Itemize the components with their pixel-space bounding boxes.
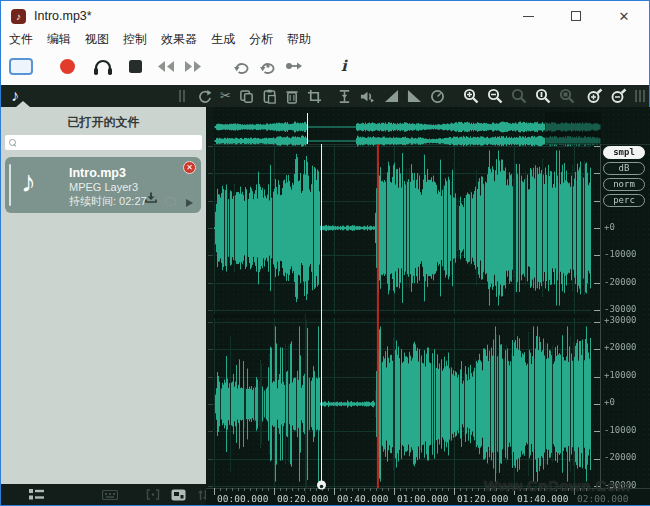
search-icon	[9, 139, 17, 147]
zoom-out-button[interactable]	[487, 88, 503, 104]
download-icon[interactable]	[145, 189, 157, 207]
play-to-end-icon	[285, 61, 303, 71]
keyboard-icon[interactable]	[102, 490, 118, 500]
headphones-icon	[92, 57, 114, 76]
menu-analyze[interactable]: 分析	[249, 31, 285, 48]
normalize-button[interactable]	[430, 89, 445, 104]
monitor-button[interactable]	[92, 57, 114, 76]
file-list-item[interactable]: ♪ Intro.mp3 MPEG Layer3 持续时间: 02:27 ✕	[5, 157, 201, 213]
vertical-zoom-in-button[interactable]	[587, 88, 603, 104]
info-button[interactable]: i	[341, 57, 347, 75]
adjust-amplitude-button[interactable]	[338, 89, 351, 104]
loop-button[interactable]	[233, 59, 250, 74]
titlebar: ♪ Intro.mp3* ✕	[1, 1, 649, 31]
app-icon: ♪	[11, 9, 26, 24]
rewind-icon	[156, 60, 176, 73]
transport-toolbar: i 44.1 kHz stereo -0000:00:54.460	[1, 47, 649, 85]
file-duration: 持续时间: 02:27	[69, 194, 147, 209]
play-to-end-button[interactable]	[285, 61, 303, 71]
menu-generate[interactable]: 生成	[211, 31, 247, 48]
menu-help[interactable]: 帮助	[287, 31, 323, 48]
delete-button[interactable]	[285, 89, 299, 104]
menu-bar: 文件 编辑 视图 控制 效果器 生成 分析 帮助	[1, 31, 649, 47]
waveform-panel[interactable]: smpl dB norm perc Www.CnDown.Com	[206, 107, 650, 505]
sidebar-header: 已打开的文件	[1, 107, 206, 131]
maximize-button[interactable]	[565, 5, 587, 27]
minimize-button[interactable]	[517, 5, 539, 27]
fade-out-button[interactable]	[407, 89, 422, 103]
files-sidebar: 已打开的文件 ♪ Intro.mp3 MPEG Layer3 持续时间: 02:…	[1, 107, 206, 484]
selection-bounds-icon[interactable]	[146, 489, 160, 500]
site-watermark: Www.CnDown.Com	[484, 477, 630, 494]
zoom-in-button[interactable]	[463, 88, 479, 104]
unit-button-norm[interactable]: norm	[603, 178, 645, 191]
menu-effects[interactable]: 效果器	[161, 31, 209, 48]
close-button[interactable]: ✕	[613, 5, 635, 27]
record-button[interactable]	[60, 59, 75, 74]
menu-edit[interactable]: 编辑	[47, 31, 83, 48]
copy-button[interactable]	[239, 89, 254, 104]
vertical-zoom-out-button[interactable]	[611, 88, 627, 104]
minimize-icon	[523, 16, 534, 17]
loop-selection-button[interactable]	[259, 59, 276, 74]
rewind-button[interactable]	[156, 60, 176, 73]
fast-forward-button[interactable]	[183, 60, 203, 73]
close-icon: ✕	[619, 9, 630, 24]
loop-icon	[233, 59, 250, 74]
window-title: Intro.mp3*	[34, 9, 92, 23]
active-tab-notch	[16, 101, 30, 107]
fade-in-button[interactable]	[384, 89, 399, 103]
file-card-accent	[9, 164, 11, 206]
loading-icon	[165, 197, 176, 206]
zoom-selection-button[interactable]	[559, 88, 575, 104]
loop-selection-icon	[259, 59, 276, 74]
toolbar-drag-handle[interactable]	[179, 90, 185, 102]
undo-button[interactable]	[197, 89, 212, 104]
menu-file[interactable]: 文件	[9, 31, 45, 48]
edit-toolbar: ♪ ✂	[1, 85, 649, 107]
unit-button-db[interactable]: dB	[603, 162, 645, 175]
menu-control[interactable]: 控制	[123, 31, 159, 48]
fast-forward-icon	[183, 60, 203, 73]
file-name: Intro.mp3	[69, 166, 126, 180]
file-list-view-icon[interactable]	[29, 489, 44, 500]
music-note-icon: ♪	[21, 165, 36, 199]
paste-button[interactable]	[262, 89, 277, 104]
selection-tool-icon[interactable]	[9, 58, 33, 75]
file-search-box[interactable]	[5, 135, 202, 150]
thumbnail-view-icon[interactable]	[171, 489, 186, 501]
zoom-one-to-one-button[interactable]	[535, 88, 551, 104]
stop-button[interactable]	[129, 60, 142, 73]
close-file-button[interactable]: ✕	[183, 161, 196, 174]
search-input[interactable]	[17, 137, 202, 148]
zoom-all-button[interactable]	[511, 88, 527, 104]
scale-unit-buttons: smpl dB norm perc	[603, 146, 645, 207]
waveform-canvas[interactable]	[206, 107, 650, 505]
file-format: MPEG Layer3	[69, 181, 138, 193]
mix-pan-button[interactable]	[359, 89, 376, 104]
menu-view[interactable]: 视图	[85, 31, 121, 48]
maximize-icon	[571, 11, 581, 21]
app-window: ♪ Intro.mp3* ✕ 文件 编辑 视图 控制 效果器 生成 分析 帮助	[0, 0, 650, 506]
cut-button[interactable]: ✂	[220, 89, 231, 103]
unit-button-smpl[interactable]: smpl	[603, 146, 645, 159]
trim-button[interactable]	[307, 89, 322, 104]
unit-button-perc[interactable]: perc	[603, 194, 645, 207]
toolbar-drag-handle-right[interactable]	[635, 90, 645, 102]
play-file-icon[interactable]	[186, 199, 193, 207]
sidebar-statusbar	[1, 484, 206, 505]
